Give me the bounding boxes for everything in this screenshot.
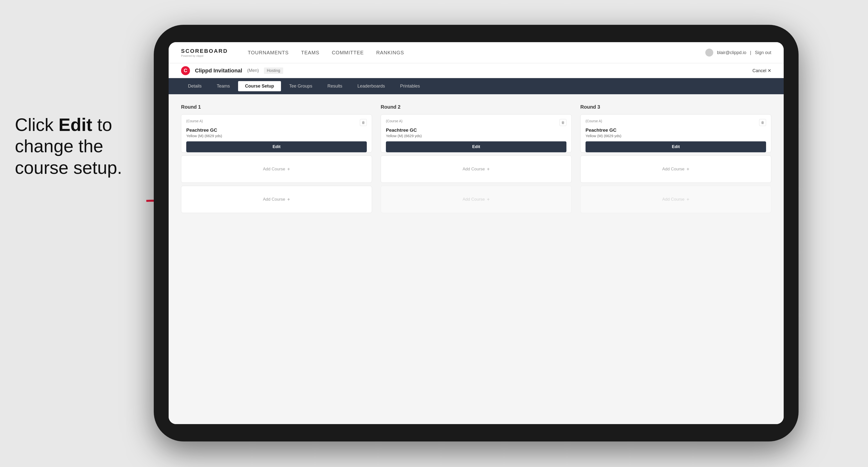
plus-icon-r3-1: + [686, 166, 689, 172]
tablet-screen: SCOREBOARD Powered by clippd TOURNAMENTS… [168, 42, 784, 424]
add-course-label-r2-1: Add Course [463, 167, 485, 172]
round-2-delete-button[interactable]: 🗑 [559, 119, 566, 126]
hosting-badge: Hosting [264, 67, 283, 74]
plus-icon-r1-2: + [287, 197, 290, 203]
round-2-course-card: (Course A) 🗑 Peachtree GC Yellow (M) (66… [381, 114, 571, 153]
round-3-column: Round 3 (Course A) 🗑 Peachtree GC Yellow… [580, 104, 771, 216]
round-1-add-course-1[interactable]: Add Course + [181, 156, 372, 183]
user-avatar [705, 49, 713, 57]
round-1-title: Round 1 [181, 104, 372, 110]
round-1-course-label: (Course A) [186, 119, 203, 123]
tournament-gender: (Men) [247, 68, 259, 73]
clippd-logo: C [181, 66, 190, 75]
plus-icon-r2-2: + [487, 197, 490, 203]
round-2-course-details: Yellow (M) (6629 yds) [386, 134, 566, 138]
tab-printables[interactable]: Printables [393, 81, 427, 91]
sign-out-link[interactable]: Sign out [755, 50, 771, 55]
round-1-course-name: Peachtree GC [186, 127, 367, 133]
tablet-device: SCOREBOARD Powered by clippd TOURNAMENTS… [154, 25, 799, 441]
logo-area: SCOREBOARD Powered by clippd [181, 48, 228, 57]
tab-details[interactable]: Details [181, 81, 209, 91]
tab-tee-groups[interactable]: Tee Groups [282, 81, 319, 91]
nav-teams[interactable]: TEAMS [301, 50, 319, 56]
bold-edit: Edit [59, 115, 92, 135]
round-2-title: Round 2 [381, 104, 571, 110]
trash-icon-r3: 🗑 [761, 121, 764, 125]
user-email: blair@clippd.io [717, 50, 746, 55]
rounds-grid: Round 1 (Course A) 🗑 Peachtree GC Yellow… [181, 104, 771, 216]
tournament-name: Clippd Invitational [195, 67, 242, 74]
tab-teams[interactable]: Teams [210, 81, 237, 91]
round-3-course-label: (Course A) [586, 119, 602, 123]
nav-right-area: blair@clippd.io | Sign out [705, 49, 771, 57]
nav-rankings[interactable]: RANKINGS [376, 50, 404, 56]
trash-icon: 🗑 [362, 121, 365, 125]
round-2-add-course-2: Add Course + [381, 186, 571, 213]
main-content: Round 1 (Course A) 🗑 Peachtree GC Yellow… [168, 94, 784, 424]
round-2-course-label: (Course A) [386, 119, 403, 123]
add-course-label-r1-1: Add Course [263, 167, 285, 172]
nav-separator: | [750, 50, 751, 55]
main-navigation: TOURNAMENTS TEAMS COMMITTEE RANKINGS [248, 50, 690, 56]
round-2-add-course-1[interactable]: Add Course + [381, 156, 571, 183]
round-3-edit-button[interactable]: Edit [586, 142, 766, 152]
round-1-course-card: (Course A) 🗑 Peachtree GC Yellow (M) (66… [181, 114, 372, 153]
tab-course-setup[interactable]: Course Setup [238, 81, 281, 91]
round-1-column: Round 1 (Course A) 🗑 Peachtree GC Yellow… [181, 104, 372, 216]
round-1-add-course-2[interactable]: Add Course + [181, 186, 372, 213]
logo-subtitle: Powered by clippd [181, 54, 228, 57]
round-2-column: Round 2 (Course A) 🗑 Peachtree GC Yellow… [381, 104, 571, 216]
instruction-text: Click Edit to change the course setup. [15, 114, 122, 178]
cancel-button[interactable]: Cancel ✕ [752, 68, 771, 73]
round-3-add-course-1[interactable]: Add Course + [580, 156, 771, 183]
scoreboard-logo: SCOREBOARD [181, 48, 228, 54]
round-3-course-card: (Course A) 🗑 Peachtree GC Yellow (M) (66… [580, 114, 771, 153]
sub-navigation: C Clippd Invitational (Men) Hosting Canc… [168, 63, 784, 78]
nav-committee[interactable]: COMMITTEE [332, 50, 364, 56]
add-course-label-r2-2: Add Course [463, 197, 485, 202]
round-3-course-details: Yellow (M) (6629 yds) [586, 134, 766, 138]
round-3-course-header: (Course A) 🗑 [586, 119, 766, 126]
round-2-course-header: (Course A) 🗑 [386, 119, 566, 126]
plus-icon-r2-1: + [487, 166, 490, 172]
round-1-course-header: (Course A) 🗑 [186, 119, 367, 126]
round-1-edit-button[interactable]: Edit [186, 142, 367, 152]
round-2-course-name: Peachtree GC [386, 127, 566, 133]
round-2-edit-button[interactable]: Edit [386, 142, 566, 152]
round-3-course-name: Peachtree GC [586, 127, 766, 133]
add-course-label-r3-1: Add Course [662, 167, 684, 172]
round-3-delete-button[interactable]: 🗑 [759, 119, 766, 126]
tab-results[interactable]: Results [320, 81, 349, 91]
round-3-add-course-2: Add Course + [580, 186, 771, 213]
top-navigation: SCOREBOARD Powered by clippd TOURNAMENTS… [168, 42, 784, 63]
tab-leaderboards[interactable]: Leaderboards [350, 81, 392, 91]
nav-tournaments[interactable]: TOURNAMENTS [248, 50, 289, 56]
plus-icon-r3-2: + [686, 197, 689, 203]
plus-icon-r1-1: + [287, 166, 290, 172]
tab-bar: Details Teams Course Setup Tee Groups Re… [168, 78, 784, 94]
add-course-label-r1-2: Add Course [263, 197, 285, 202]
add-course-label-r3-2: Add Course [662, 197, 684, 202]
round-3-title: Round 3 [580, 104, 771, 110]
round-1-delete-button[interactable]: 🗑 [360, 119, 367, 126]
round-1-course-details: Yellow (M) (6629 yds) [186, 134, 367, 138]
trash-icon-r2: 🗑 [561, 121, 565, 125]
